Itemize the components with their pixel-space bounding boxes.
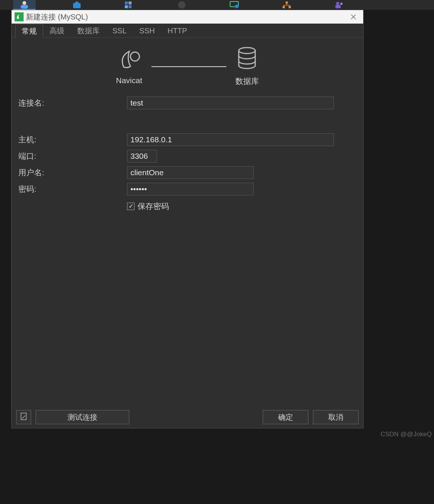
tab-http[interactable]: HTTP xyxy=(161,24,193,37)
connection-name-label: 连接名: xyxy=(18,98,127,108)
tab-general[interactable]: 常规 xyxy=(15,24,43,38)
taskbar-item-apps[interactable] xyxy=(118,0,141,10)
svg-rect-13 xyxy=(289,6,291,8)
taskbar xyxy=(0,0,434,10)
diagram-connector xyxy=(151,66,226,67)
port-label: 端口: xyxy=(18,151,127,161)
tabbar: 常规 高级 数据库 SSL SSH HTTP xyxy=(12,24,363,38)
svg-point-8 xyxy=(178,1,186,9)
svg-rect-1 xyxy=(21,5,28,9)
svg-rect-3 xyxy=(75,1,78,3)
taskbar-item-person[interactable] xyxy=(13,0,36,10)
footer-settings-button[interactable] xyxy=(16,410,31,424)
dialog-title: 新建连接 (MySQL) xyxy=(26,12,344,22)
document-icon xyxy=(20,412,27,422)
svg-rect-12 xyxy=(283,6,285,8)
diagram-right-label: 数据库 xyxy=(235,76,259,86)
titlebar: 新建连接 (MySQL) xyxy=(12,10,363,24)
svg-rect-4 xyxy=(125,1,128,4)
new-connection-dialog: 新建连接 (MySQL) 常规 高级 数据库 SSL SSH HTTP Navi… xyxy=(11,10,364,428)
watermark: CSDN @@JokeQ xyxy=(380,431,432,438)
database-icon xyxy=(236,47,258,72)
username-input[interactable] xyxy=(127,166,254,179)
port-input[interactable] xyxy=(127,150,157,163)
connection-diagram: Navicat 数据库 xyxy=(18,42,356,95)
dialog-body: Navicat 数据库 连接名: xyxy=(12,38,363,406)
taskbar-item-steam[interactable] xyxy=(171,0,193,10)
save-password-label: 保存密码 xyxy=(138,201,169,212)
svg-point-14 xyxy=(336,2,339,5)
dialog-footer: 测试连接 确定 取消 xyxy=(12,406,363,428)
svg-point-0 xyxy=(22,1,26,5)
svg-rect-16 xyxy=(335,5,341,8)
tab-database[interactable]: 数据库 xyxy=(71,24,106,37)
taskbar-item-monitor[interactable] xyxy=(223,0,245,10)
host-input[interactable] xyxy=(127,133,334,146)
connection-form: 连接名: 主机: 端口: 用户名: 密码: 保存密码 xyxy=(18,95,356,212)
taskbar-item-teams[interactable] xyxy=(328,0,350,10)
taskbar-item-briefcase[interactable] xyxy=(66,0,88,10)
save-password-checkbox[interactable] xyxy=(127,203,135,210)
svg-point-18 xyxy=(239,48,255,54)
svg-rect-6 xyxy=(125,5,128,8)
password-label: 密码: xyxy=(18,184,127,194)
host-label: 主机: xyxy=(18,134,127,145)
tab-ssh[interactable]: SSH xyxy=(133,24,161,37)
username-label: 用户名: xyxy=(18,167,127,178)
tab-advanced[interactable]: 高级 xyxy=(43,24,71,37)
cancel-button[interactable]: 取消 xyxy=(313,410,359,424)
connection-name-input[interactable] xyxy=(127,97,334,109)
svg-rect-19 xyxy=(21,413,26,420)
svg-rect-7 xyxy=(129,5,132,8)
svg-rect-5 xyxy=(129,1,132,4)
svg-point-17 xyxy=(130,52,139,61)
navicat-icon xyxy=(116,48,142,72)
app-icon xyxy=(15,12,24,21)
close-icon[interactable] xyxy=(347,10,360,24)
diagram-left-label: Navicat xyxy=(116,76,142,85)
taskbar-item-tree[interactable] xyxy=(275,0,298,10)
svg-point-10 xyxy=(235,4,239,8)
tab-ssl[interactable]: SSL xyxy=(106,24,133,37)
ok-button[interactable]: 确定 xyxy=(263,410,308,424)
svg-rect-2 xyxy=(73,3,81,8)
svg-point-15 xyxy=(340,3,343,5)
svg-rect-11 xyxy=(286,1,288,4)
test-connection-button[interactable]: 测试连接 xyxy=(36,410,129,424)
password-input[interactable] xyxy=(127,183,254,195)
